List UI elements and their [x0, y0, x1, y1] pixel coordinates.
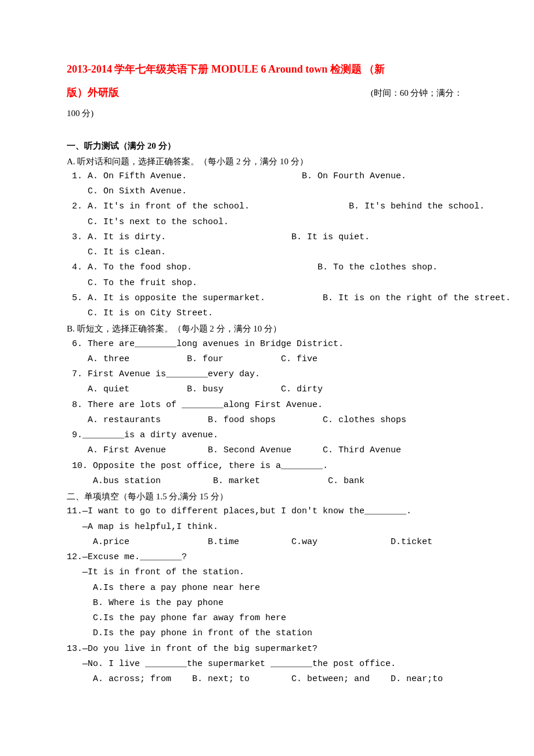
- q12-b: —It is in front of the station.: [67, 565, 467, 580]
- q12-opt-a: A.Is there a pay phone near here: [67, 581, 467, 596]
- q8: 8. There are lots of ________along First…: [67, 398, 467, 413]
- q5-a-b: 5. A. It is opposite the supermarket. B.…: [67, 291, 467, 306]
- q6: 6. There are________long avenues in Brid…: [67, 337, 467, 352]
- q10-options: A.bus station B. market C. bank: [67, 474, 467, 489]
- q10: 10. Opposite the post office, there is a…: [67, 459, 467, 474]
- q3-c: C. It is clean.: [67, 245, 467, 260]
- section-1a-instructions: A. 听对话和问题，选择正确答案。（每小题 2 分，满分 10 分）: [67, 154, 467, 169]
- q3-a-b: 3. A. It is dirty. B. It is quiet.: [67, 230, 467, 245]
- q6-options: A. three B. four C. five: [67, 352, 467, 367]
- doc-title-part1: 2013-2014 学年七年级英语下册 MODULE 6 Around town…: [67, 63, 385, 75]
- q13-options: A. across; from B. next; to C. between; …: [67, 672, 467, 687]
- q12-opt-c: C.Is the pay phone far away from here: [67, 611, 467, 626]
- section-2-header: 二、单项填空（每小题 1.5 分,满分 15 分）: [67, 489, 467, 504]
- q4-c: C. To the fruit shop.: [67, 276, 467, 291]
- q11-options: A.price B.time C.way D.ticket: [67, 535, 467, 550]
- q9-options: A. First Avenue B. Second Avenue C. Thir…: [67, 443, 467, 458]
- q8-options: A. restaurants B. food shops C. clothes …: [67, 413, 467, 428]
- title-line-1: 2013-2014 学年七年级英语下册 MODULE 6 Around town…: [67, 58, 467, 81]
- section-1b-instructions: B. 听短文，选择正确答案。（每小题 2 分，满分 10 分）: [67, 321, 467, 336]
- q12-a: 12.—Excuse me.________?: [67, 550, 467, 565]
- q5-c: C. It is on City Street.: [67, 306, 467, 321]
- q9: 9.________is a dirty avenue.: [67, 428, 467, 443]
- q1-c: C. On Sixth Avenue.: [67, 184, 467, 199]
- q2-c: C. It's next to the school.: [67, 215, 467, 230]
- section-1-header: 一、听力测试（满分 20 分）: [67, 138, 467, 153]
- q1-a-b: 1. A. On Fifth Avenue. B. On Fourth Aven…: [67, 169, 467, 184]
- q13-a: 13.—Do you live in front of the big supe…: [67, 642, 467, 657]
- q12-opt-b: B. Where is the pay phone: [67, 596, 467, 611]
- page-content: 2013-2014 学年七年级英语下册 MODULE 6 Around town…: [67, 58, 467, 687]
- title-line-2: 版）外研版 (时间：60 分钟；满分：100 分): [67, 81, 467, 124]
- q11-a: 11.—I want to go to different places,but…: [67, 504, 467, 519]
- exam-meta: (时间：60 分钟；满分：100 分): [67, 88, 463, 118]
- q7-options: A. quiet B. busy C. dirty: [67, 382, 467, 397]
- q2-a-b: 2. A. It's in front of the school. B. It…: [67, 199, 467, 214]
- q13-b: —No. I live ________the supermarket ____…: [67, 657, 467, 672]
- q7: 7. First Avenue is________every day.: [67, 367, 467, 382]
- doc-title-part2: 版）外研版: [67, 87, 119, 98]
- q4-a-b: 4. A. To the food shop. B. To the clothe…: [67, 260, 467, 275]
- q11-b: —A map is helpful,I think.: [67, 520, 467, 535]
- q12-opt-d: D.Is the pay phone in front of the stati…: [67, 626, 467, 641]
